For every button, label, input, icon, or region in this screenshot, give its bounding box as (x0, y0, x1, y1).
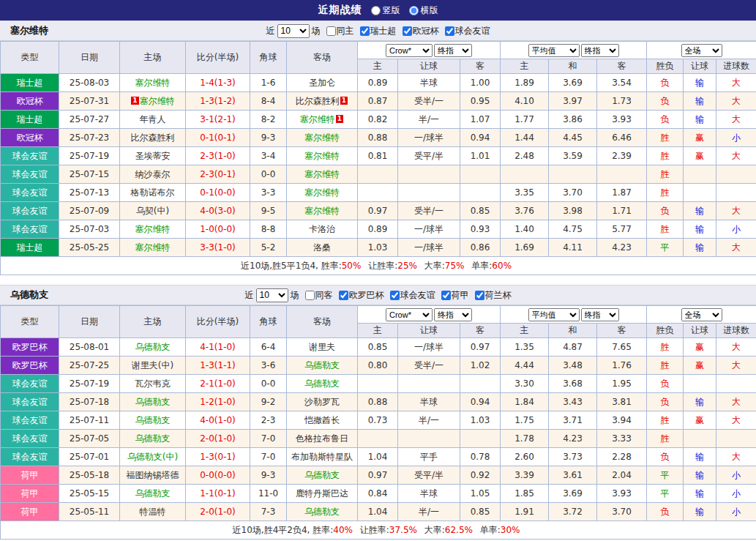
score-cell[interactable]: 2-0(1-0) (186, 430, 250, 448)
away-team-name[interactable]: 布加勒斯特星队 (291, 452, 353, 462)
home-team-name[interactable]: 比尔森胜利 (131, 133, 175, 143)
league-checkbox-1-input[interactable] (403, 26, 412, 36)
home-team-name[interactable]: 圣埃蒂安 (135, 151, 171, 161)
home-team-name[interactable]: 乌德勒支 (135, 415, 171, 425)
away-team-name[interactable]: 色格拉布鲁日 (296, 433, 348, 444)
fulltime-select[interactable]: 全场 (681, 308, 722, 321)
europe-odds-cell: 3.94 (597, 411, 647, 430)
away-team-name[interactable]: 塞尔维特 (304, 169, 340, 179)
home-team-name[interactable]: 纳沙泰尔 (135, 169, 171, 179)
layout-horizontal-radio[interactable] (409, 6, 419, 15)
away-team-name[interactable]: 沙勒罗瓦 (304, 397, 340, 407)
league-checkbox-2[interactable]: 球会友谊 (445, 25, 490, 37)
score-cell[interactable]: 2-1(1-0) (186, 375, 250, 393)
home-team-name[interactable]: 乌德勒支(中) (127, 452, 178, 462)
bookmaker-select[interactable]: Crow* (386, 308, 433, 321)
odds2-stage-select[interactable]: 终指 (581, 308, 619, 321)
score-cell[interactable]: 0-1(0-1) (186, 129, 250, 147)
away-team-cell: 布加勒斯特星队 (287, 448, 358, 466)
score-cell[interactable]: 1-3(0-1) (186, 448, 250, 466)
away-team-name[interactable]: 比尔森胜利 (296, 96, 340, 106)
league-checkbox-0-input[interactable] (339, 291, 348, 300)
home-team-name[interactable]: 塞尔维特 (135, 224, 171, 234)
away-team-name[interactable]: 圣加仑 (309, 78, 335, 88)
away-team-name[interactable]: 恺撒酋长 (304, 415, 340, 425)
home-team-name[interactable]: 特温特 (140, 507, 166, 517)
score-cell[interactable]: 1-1(0-1) (186, 485, 250, 503)
score-cell[interactable]: 1-3(1-2) (186, 92, 250, 111)
home-team-name[interactable]: 乌契(中) (136, 206, 169, 216)
same-venue-checkbox-input[interactable] (326, 26, 336, 36)
same-venue-checkbox[interactable]: 同客 (305, 289, 333, 302)
away-team-name[interactable]: 洛桑 (313, 242, 331, 253)
away-team-name[interactable]: 谢里夫 (309, 342, 335, 352)
score-cell[interactable]: 3-3(1-0) (186, 239, 250, 257)
home-team-name[interactable]: 年青人 (140, 114, 166, 124)
score-cell[interactable]: 4-0(3-0) (186, 202, 250, 220)
league-checkbox-0[interactable]: 瑞士超 (360, 25, 397, 37)
away-team-name[interactable]: 塞尔维特 (300, 114, 335, 124)
away-team-name[interactable]: 卡洛治 (309, 224, 335, 234)
layout-vertical-radio[interactable] (371, 6, 381, 15)
home-team-name[interactable]: 乌德勒支 (135, 488, 171, 499)
home-team-name[interactable]: 塞尔维特 (140, 96, 175, 106)
fulltime-select[interactable]: 全场 (681, 44, 722, 57)
score-cell[interactable]: 2-3(0-1) (186, 165, 250, 184)
away-team-name[interactable]: 塞尔维特 (304, 133, 340, 143)
league-checkbox-2-input[interactable] (441, 291, 451, 300)
average-odds-select[interactable]: 平均值 (528, 308, 580, 321)
score-cell[interactable]: 0-1(0-0) (186, 184, 250, 202)
home-team-name[interactable]: 乌德勒支 (135, 342, 171, 352)
odds2-stage-select[interactable]: 终指 (581, 44, 619, 57)
home-team-name[interactable]: 谢里夫(中) (132, 360, 173, 370)
home-team-name[interactable]: 格勒诺布尔 (131, 187, 175, 198)
same-venue-checkbox[interactable]: 同主 (326, 25, 354, 37)
league-checkbox-1[interactable]: 欧冠杯 (403, 25, 439, 37)
score-cell[interactable]: 1-0(0-0) (186, 220, 250, 239)
away-team-name[interactable]: 鹿特丹斯巴达 (296, 488, 348, 499)
league-checkbox-0-input[interactable] (360, 26, 370, 36)
score-cell[interactable]: 0-0(0-0) (186, 466, 250, 485)
league-checkbox-3[interactable]: 荷兰杯 (475, 289, 512, 302)
league-checkbox-2-input[interactable] (445, 26, 454, 36)
score-cell[interactable]: 1-2(1-0) (186, 393, 250, 411)
away-team-name[interactable]: 塞尔维特 (304, 151, 340, 161)
score-cell[interactable]: 3-1(2-1) (186, 111, 250, 129)
home-team-name[interactable]: 塞尔维特 (135, 242, 171, 253)
odds1-stage-select[interactable]: 终指 (434, 44, 472, 57)
score-cell[interactable]: 1-4(1-3) (186, 74, 250, 92)
handicap-odds-cell (460, 184, 501, 202)
layout-vertical-option[interactable]: 竖版 (371, 4, 400, 17)
layout-horizontal-option[interactable]: 横版 (409, 4, 438, 17)
bookmaker-select[interactable]: Crow* (386, 44, 433, 57)
recent-count-select[interactable]: 10 (256, 288, 288, 302)
score-cell[interactable]: 4-1(1-0) (186, 338, 250, 357)
home-team-name[interactable]: 乌德勒支 (135, 433, 171, 444)
away-team-name[interactable]: 塞尔维特 (304, 187, 340, 198)
league-checkbox-0[interactable]: 欧罗巴杯 (339, 289, 384, 302)
away-team-name[interactable]: 塞尔维特 (304, 206, 340, 216)
score-cell[interactable]: 1-3(1-1) (186, 357, 250, 375)
home-team-cell: 乌德勒支 (120, 485, 186, 503)
home-team-name[interactable]: 福图纳锡塔德 (127, 470, 179, 480)
handicap-odds-cell: 1.03 (460, 411, 501, 430)
score-cell[interactable]: 2-3(1-0) (186, 147, 250, 165)
odds1-stage-select[interactable]: 终指 (434, 308, 472, 321)
league-checkbox-3-input[interactable] (475, 291, 484, 300)
average-odds-select[interactable]: 平均值 (528, 44, 580, 57)
league-checkbox-1[interactable]: 球会友谊 (390, 289, 435, 302)
result-cell (684, 375, 716, 393)
score-cell[interactable]: 4-0(1-0) (186, 411, 250, 430)
recent-count-select[interactable]: 10 (277, 24, 310, 38)
same-venue-checkbox-input[interactable] (305, 291, 315, 300)
away-team-name[interactable]: 乌德勒支 (304, 470, 340, 480)
league-checkbox-2[interactable]: 荷甲 (441, 289, 469, 302)
away-team-name[interactable]: 乌德勒支 (304, 378, 340, 389)
away-team-name[interactable]: 乌德勒支 (304, 507, 340, 517)
home-team-name[interactable]: 乌德勒支 (135, 397, 171, 407)
home-team-name[interactable]: 瓦尔韦克 (135, 378, 171, 389)
score-cell[interactable]: 2-0(1-0) (186, 503, 250, 521)
league-checkbox-1-input[interactable] (390, 291, 400, 300)
away-team-name[interactable]: 乌德勒支 (304, 360, 340, 370)
home-team-name[interactable]: 塞尔维特 (135, 78, 171, 88)
